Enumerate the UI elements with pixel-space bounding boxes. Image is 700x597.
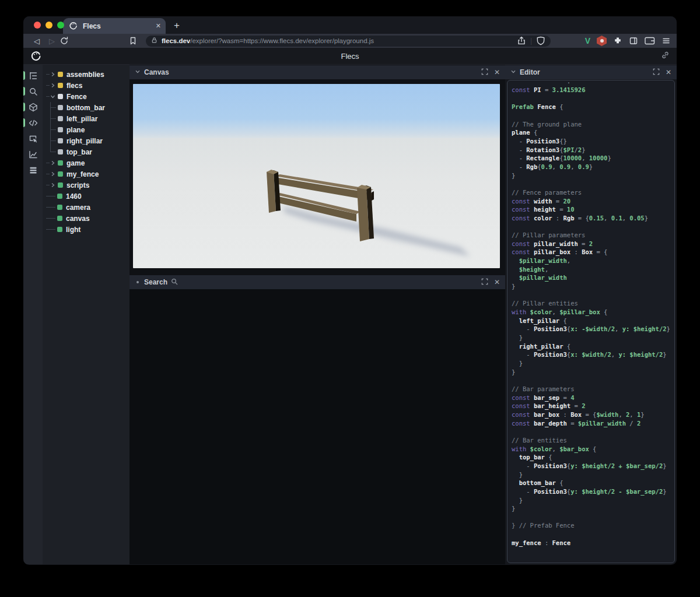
queries-icon[interactable] [23,162,43,178]
tree-item-scripts[interactable]: scripts [43,180,130,191]
url-bar[interactable]: flecs.dev/explorer/?wasm=https://www.fle… [146,36,551,47]
toolbar-separator: | [530,37,532,45]
search-icon [171,278,178,287]
close-window-button[interactable] [34,22,41,29]
code-line: // Bar parameters [512,385,671,394]
code-line: - Position3{x: -$width/2, y: $height/2} [512,325,671,333]
tree-item-1460[interactable]: 1460 [43,191,130,202]
maximize-window-button[interactable] [57,22,64,29]
collapse-caret-icon[interactable] [135,68,141,76]
entity-tree-icon[interactable] [23,68,43,83]
canvas-panel-header: Canvas ✕ [130,65,505,79]
tree-item-plane[interactable]: plane [43,124,130,135]
tree-item-canvas[interactable]: canvas [43,213,130,224]
back-button[interactable]: ◁ [29,37,44,45]
tree-item-label: scripts [66,181,89,189]
chevron-right-icon[interactable] [50,171,56,177]
bookmark-icon[interactable] [128,36,142,45]
code-line: } [512,496,671,505]
canvas-3d-viewport[interactable] [130,79,505,268]
tree-item-label: top_bar [66,148,92,156]
entity-icon [58,72,63,77]
flecs-favicon-icon [69,22,78,30]
browser-tab[interactable]: Flecs ✕ [63,18,166,34]
entity-icon [58,160,63,166]
close-panel-icon[interactable]: ✕ [494,278,500,286]
code-line: // Pillar entities [512,299,671,308]
code-line: } [512,282,671,291]
code-line: plane { [512,128,671,137]
extensions-puzzle-icon[interactable] [613,36,622,45]
fullscreen-icon[interactable] [481,68,488,77]
script-editor-icon[interactable] [23,115,43,131]
code-line [512,513,671,522]
code-line: - Position3{y: $height/2 + $bar_sep/2} [512,462,671,470]
code-line: const bar_sep = 4 [512,394,671,402]
vue-devtools-icon[interactable]: V [585,36,590,45]
collapsed-dot-icon[interactable] [136,281,139,283]
code-line: with $color, $bar_box { [512,445,671,454]
minimize-window-button[interactable] [46,22,52,29]
tree-item-top_bar[interactable]: top_bar [43,146,130,157]
tree-item-right_pillar[interactable]: right_pillar [43,135,130,146]
tree-item-label: camera [66,203,90,212]
extension-badge-icon[interactable] [597,36,607,46]
reload-button[interactable] [60,36,75,45]
tree-item-light[interactable]: light [43,224,130,235]
brave-shield-icon[interactable] [536,36,545,45]
fullscreen-icon[interactable] [481,278,488,287]
code-line: const pillar_box : Box = { [512,248,671,257]
code-line: const color : Rgb = {0.15, 0.1, 0.05} [512,214,671,223]
tool-sidebar [23,65,43,564]
chevron-right-icon[interactable] [50,83,56,88]
chevron-down-icon[interactable] [50,94,56,99]
code-line [512,376,671,385]
share-icon[interactable] [517,36,526,45]
chevron-right-icon[interactable] [50,72,56,77]
editor-panel-title: Editor [520,68,540,76]
search-results-area [130,289,505,564]
side-panel-icon[interactable] [629,36,638,45]
tree-item-Fence[interactable]: Fence [43,91,130,102]
code-line: } [512,359,671,368]
tree-item-label: my_fence [66,170,99,178]
forward-button[interactable]: ▷ [44,37,60,45]
canvas-3d-icon[interactable] [23,99,43,115]
tree-item-label: right_pillar [66,137,103,145]
search-icon[interactable] [23,83,43,99]
tree-item-left_pillar[interactable]: left_pillar [43,113,130,124]
entity-tree-panel: assembliesflecsFencebottom_barleft_pilla… [43,65,130,564]
code-line: // Fence parameters [512,188,671,197]
statistics-icon[interactable] [23,146,43,162]
entity-icon [58,127,63,132]
tree-item-flecs[interactable]: flecs [43,80,130,91]
page-title: Flecs [23,52,677,61]
code-line: top_bar { [512,453,671,462]
search-panel-header: Search ✕ [130,275,505,289]
code-line: } [512,333,671,342]
link-icon[interactable] [661,51,670,62]
code-line: const PI = 3.1415926 [512,86,671,94]
menu-icon[interactable] [662,36,671,45]
inspector-icon[interactable] [23,131,43,146]
entity-icon [58,182,63,188]
code-editor[interactable]: - .const PI = 3.1415926 Prefab Fence { /… [507,80,675,563]
close-panel-icon[interactable]: ✕ [666,68,671,76]
tree-item-camera[interactable]: camera [43,202,130,213]
tree-item-assemblies[interactable]: assemblies [43,69,130,80]
fullscreen-icon[interactable] [653,68,660,77]
new-tab-button[interactable]: + [174,20,180,31]
collapse-caret-icon[interactable] [510,68,516,76]
tab-close-icon[interactable]: ✕ [156,22,161,30]
chevron-right-icon[interactable] [50,160,56,166]
tree-item-my_fence[interactable]: my_fence [43,168,130,180]
tree-item-bottom_bar[interactable]: bottom_bar [43,102,130,113]
chevron-right-icon[interactable] [50,182,56,188]
code-line [512,427,671,436]
tree-item-game[interactable]: game [43,157,130,168]
url-text: flecs.dev/explorer/?wasm=https://www.fle… [162,37,517,44]
wallet-icon[interactable] [645,36,655,45]
close-panel-icon[interactable]: ✕ [494,68,500,76]
entity-icon [57,216,62,221]
code-line: // The ground plane [512,120,671,129]
